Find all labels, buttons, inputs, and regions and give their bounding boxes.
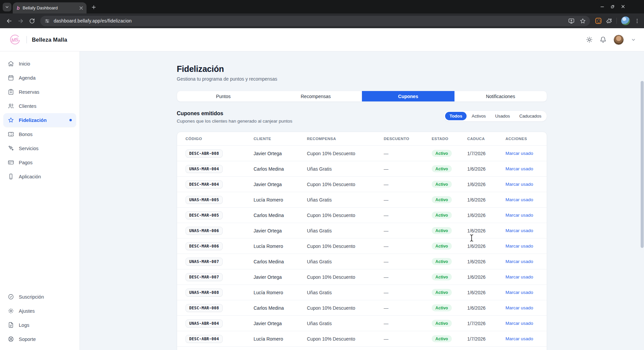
reward-name: Uñas Gratis <box>307 259 384 264</box>
header-actions <box>586 35 636 45</box>
sidebar-item[interactable]: Pagos <box>3 156 76 169</box>
mark-used-link[interactable]: Marcar usado <box>505 259 541 264</box>
tab-title: Bellafy Dashboard <box>23 5 78 10</box>
sidebar-footer-item[interactable]: Ajustes <box>3 304 76 318</box>
discount-value: — <box>384 305 432 311</box>
discount-value: — <box>384 197 432 203</box>
client-name: Lucía Romero <box>254 197 307 203</box>
sidebar-item[interactable]: Servicios <box>3 141 76 155</box>
client-name: Javier Ortega <box>254 182 307 187</box>
forward-button[interactable] <box>15 15 26 27</box>
coupon-code: DESC-MAR-007 <box>185 273 223 281</box>
client-name: Lucía Romero <box>254 290 307 295</box>
new-tab-button[interactable] <box>89 3 98 11</box>
client-name: Carlos Medina <box>254 305 307 311</box>
filter-pill[interactable]: Caducados <box>515 112 546 120</box>
tab-item[interactable]: Puntos <box>177 91 270 101</box>
tab-search-button[interactable] <box>3 3 11 11</box>
section-tabs: Puntos Recompensas Cupones Notificacione… <box>177 91 547 102</box>
mark-used-link[interactable]: Marcar usado <box>505 321 541 326</box>
browser-profile-avatar[interactable] <box>621 16 630 25</box>
notifications-bell-icon[interactable] <box>600 36 606 43</box>
browser-tabstrip: b Bellafy Dashboard <box>0 0 644 13</box>
tab-close-icon[interactable] <box>78 5 84 11</box>
user-avatar[interactable] <box>613 35 624 45</box>
tab-label: Notificaciones <box>486 94 515 99</box>
discount-value: — <box>384 274 432 280</box>
sidebar: Inicio Agenda Reservas Client <box>0 51 80 350</box>
close-window-button[interactable] <box>619 3 627 10</box>
mark-used-link[interactable]: Marcar usado <box>505 305 541 310</box>
sidebar-item[interactable]: Agenda <box>3 71 76 85</box>
sidebar-footer-item[interactable]: Soporte <box>3 332 76 346</box>
expiry-date: 1/7/2026 <box>467 336 505 342</box>
back-button[interactable] <box>3 15 15 27</box>
tab-item[interactable]: Recompensas <box>270 91 362 101</box>
password-extension-icon[interactable] <box>595 18 601 24</box>
users-icon <box>8 103 14 109</box>
column-header: CADUCA <box>467 137 505 141</box>
credit-card-icon <box>8 159 14 166</box>
sidebar-item[interactable]: Reservas <box>3 85 76 99</box>
theme-toggle-icon[interactable] <box>586 36 593 43</box>
sidebar-item-label: Aplicación <box>19 174 41 179</box>
extensions-icon[interactable] <box>606 18 612 24</box>
sidebar-item[interactable]: Bonos <box>3 127 76 141</box>
filter-pill[interactable]: Activos <box>467 112 490 120</box>
site-settings-icon[interactable] <box>44 18 50 24</box>
discount-value: — <box>384 182 432 187</box>
sidebar-footer-item[interactable]: Logs <box>3 318 76 332</box>
client-name: Javier Ortega <box>254 274 307 280</box>
mark-used-link[interactable]: Marcar usado <box>505 213 541 218</box>
address-bar[interactable]: dashboard.bellafy.app/es/fidelizacion <box>40 16 590 26</box>
mark-used-link[interactable]: Marcar usado <box>505 290 541 295</box>
browser-menu-icon[interactable] <box>634 18 640 24</box>
sidebar-item[interactable]: Fidelización <box>3 113 76 127</box>
sidebar-item[interactable]: Clientes <box>3 99 76 113</box>
filter-pill[interactable]: Usados <box>491 112 514 120</box>
sidebar-item-label: Soporte <box>19 337 36 342</box>
mark-used-link[interactable]: Marcar usado <box>505 228 541 233</box>
reward-name: Cupon 10% Descuento <box>307 336 384 342</box>
coupons-title: Cupones emitidos <box>177 111 292 117</box>
coupon-code: DESC-ABR-008 <box>185 149 223 158</box>
browser-tab[interactable]: b Bellafy Dashboard <box>13 2 87 13</box>
tab-item[interactable]: Notificaciones <box>454 91 547 101</box>
mark-used-link[interactable]: Marcar usado <box>505 166 541 171</box>
filter-pill[interactable]: Todos <box>445 112 467 120</box>
sidebar-item[interactable]: Aplicación <box>3 170 76 183</box>
reward-name: Cupon 10% Descuento <box>307 213 384 218</box>
mark-used-link[interactable]: Marcar usado <box>505 244 541 249</box>
mark-used-link[interactable]: Marcar usado <box>505 182 541 187</box>
reload-button[interactable] <box>26 15 38 27</box>
client-name: Lucía Romero <box>254 244 307 249</box>
mark-used-link[interactable]: Marcar usado <box>505 336 541 341</box>
sidebar-item[interactable]: Inicio <box>3 57 76 71</box>
app-header: MS Belleza Malla <box>0 28 644 51</box>
status-badge: Activo <box>432 181 452 188</box>
bookmark-icon[interactable] <box>580 18 586 24</box>
minimize-button[interactable] <box>598 3 606 10</box>
page-scrollbar[interactable] <box>641 81 644 248</box>
install-app-icon[interactable] <box>568 18 575 24</box>
url-text: dashboard.bellafy.app/es/fidelizacion <box>54 18 132 24</box>
mark-used-link[interactable]: Marcar usado <box>505 274 541 279</box>
table-row: UNAS-MAR-004 Carlos Medina Uñas Gratis —… <box>177 161 547 177</box>
account-chevron-icon[interactable] <box>631 37 636 42</box>
restore-button[interactable] <box>609 3 616 10</box>
mark-used-link[interactable]: Marcar usado <box>505 197 541 202</box>
discount-value: — <box>384 244 432 249</box>
coupons-table: CÓDIGOCLIENTERECOMPENSADESCUENTOESTADOCA… <box>177 132 547 350</box>
mark-used-link[interactable]: Marcar usado <box>505 151 541 156</box>
chevron-down-icon <box>5 5 9 9</box>
coupon-code: DESC-MAR-004 <box>185 180 223 188</box>
star-icon <box>8 117 14 123</box>
table-row: UNAS-MAR-007 Carlos Medina Uñas Gratis —… <box>177 254 547 269</box>
tab-item[interactable]: Cupones <box>362 91 454 101</box>
coupon-code: DESC-ABR-004 <box>185 335 223 343</box>
table-row: UNAS-MAR-006 Javier Ortega Uñas Gratis —… <box>177 223 547 238</box>
coupon-code: DESC-MAR-006 <box>185 242 223 250</box>
window-controls <box>598 3 644 13</box>
logo-monogram: MS <box>7 32 22 47</box>
sidebar-footer-item[interactable]: Suscripción <box>3 290 76 304</box>
